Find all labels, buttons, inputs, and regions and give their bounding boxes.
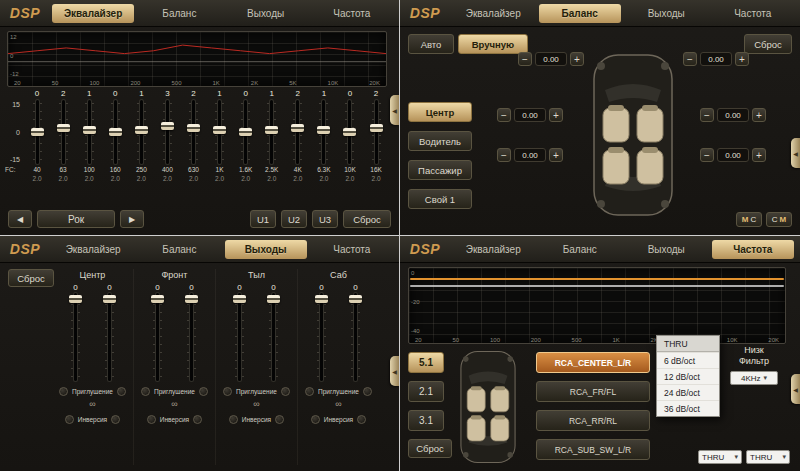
slider-handle[interactable] — [239, 128, 252, 136]
cm-button[interactable]: C M — [766, 212, 792, 227]
eq-band-slider[interactable] — [186, 100, 202, 164]
decrease-button[interactable]: − — [497, 108, 511, 122]
eq-band-slider[interactable] — [238, 100, 254, 164]
mute-left-checkbox[interactable] — [141, 387, 150, 396]
slope-option-6db[interactable]: 6 dB/oct — [657, 352, 719, 368]
link-channels-icon[interactable]: ∞ — [335, 400, 341, 409]
channel-rca-rear-button[interactable]: RCA_RR/RL — [536, 410, 650, 431]
invert-right-checkbox[interactable] — [275, 415, 284, 424]
mute-left-checkbox[interactable] — [305, 387, 314, 396]
tab-outputs[interactable]: Выходы — [625, 240, 708, 259]
output-slider-track[interactable] — [314, 293, 330, 381]
eq-band-slider[interactable] — [133, 100, 149, 164]
slider-handle[interactable] — [213, 126, 226, 134]
mute-right-checkbox[interactable] — [281, 387, 290, 396]
invert-right-checkbox[interactable] — [193, 415, 202, 424]
auto-mode-button[interactable]: Авто — [408, 34, 454, 54]
decrease-button[interactable]: − — [518, 52, 532, 66]
tab-frequency[interactable]: Частота — [311, 240, 393, 259]
drawer-handle[interactable]: ◀ — [390, 95, 399, 125]
output-slider-track[interactable] — [150, 293, 166, 381]
tab-outputs[interactable]: Выходы — [225, 4, 307, 23]
lpf-slope-select[interactable]: THRU ▾ — [746, 450, 790, 464]
hpf-slope-select[interactable]: THRU ▾ — [698, 450, 742, 464]
invert-left-checkbox[interactable] — [229, 415, 238, 424]
output-slider-track[interactable] — [232, 293, 248, 381]
output-slider-track[interactable] — [266, 293, 282, 381]
invert-left-checkbox[interactable] — [65, 415, 74, 424]
slider-handle[interactable] — [317, 126, 330, 134]
slope-option-thru[interactable]: THRU — [657, 336, 719, 352]
eq-reset-button[interactable]: Сброс — [343, 210, 391, 228]
tab-outputs[interactable]: Выходы — [225, 240, 307, 259]
slider-handle[interactable] — [315, 295, 328, 303]
mute-left-checkbox[interactable] — [59, 387, 68, 396]
eq-band-slider[interactable] — [159, 100, 175, 164]
tab-outputs[interactable]: Выходы — [625, 4, 708, 23]
slider-handle[interactable] — [135, 126, 148, 134]
increase-button[interactable]: + — [549, 148, 563, 162]
output-slider-track[interactable] — [348, 293, 364, 381]
tab-balance[interactable]: Баланс — [539, 4, 622, 23]
eq-band-slider[interactable] — [290, 100, 306, 164]
slider-handle[interactable] — [187, 124, 200, 132]
slider-handle[interactable] — [57, 124, 70, 132]
outputs-reset-button[interactable]: Сброс — [8, 269, 54, 287]
decrease-button[interactable]: − — [700, 148, 714, 162]
drawer-handle[interactable]: ◀ — [791, 138, 800, 168]
next-preset-button[interactable]: ▶ — [120, 210, 144, 228]
invert-left-checkbox[interactable] — [311, 415, 320, 424]
link-channels-icon[interactable]: ∞ — [89, 400, 95, 409]
tab-equalizer[interactable]: Эквалайзер — [452, 240, 535, 259]
frequency-reset-button[interactable]: Сброс — [408, 439, 452, 458]
mode-51-button[interactable]: 5.1 — [408, 352, 444, 373]
eq-band-slider[interactable] — [29, 100, 45, 164]
increase-button[interactable]: + — [752, 148, 766, 162]
eq-band-slider[interactable] — [81, 100, 97, 164]
decrease-button[interactable]: − — [683, 52, 697, 66]
mute-left-checkbox[interactable] — [223, 387, 232, 396]
memory-u2-button[interactable]: U2 — [281, 210, 307, 228]
slider-handle[interactable] — [161, 122, 174, 130]
prev-preset-button[interactable]: ◀ — [8, 210, 32, 228]
mode-21-button[interactable]: 2.1 — [408, 381, 444, 402]
slider-handle[interactable] — [151, 295, 164, 303]
mute-right-checkbox[interactable] — [117, 387, 126, 396]
eq-band-slider[interactable] — [212, 100, 228, 164]
increase-button[interactable]: + — [570, 52, 584, 66]
decrease-button[interactable]: − — [700, 108, 714, 122]
channel-rca-sub-button[interactable]: RCA_SUB_SW_L/R — [536, 439, 650, 460]
eq-band-slider[interactable] — [368, 100, 384, 164]
eq-band-slider[interactable] — [107, 100, 123, 164]
tab-equalizer[interactable]: Эквалайзер — [452, 4, 535, 23]
slider-handle[interactable] — [69, 295, 82, 303]
slider-handle[interactable] — [31, 128, 44, 136]
output-slider-track[interactable] — [68, 293, 84, 381]
mute-right-checkbox[interactable] — [199, 387, 208, 396]
link-channels-icon[interactable]: ∞ — [171, 400, 177, 409]
memory-u1-button[interactable]: U1 — [250, 210, 276, 228]
mc-button[interactable]: M C — [736, 212, 762, 227]
slider-handle[interactable] — [109, 128, 122, 136]
decrease-button[interactable]: − — [497, 148, 511, 162]
output-slider-track[interactable] — [102, 293, 118, 381]
tab-frequency[interactable]: Частота — [712, 240, 795, 259]
tab-equalizer[interactable]: Эквалайзер — [52, 4, 134, 23]
manual-mode-button[interactable]: Вручную — [458, 34, 528, 54]
output-slider-track[interactable] — [184, 293, 200, 381]
filter-frequency-select[interactable]: 4KHz ▾ — [730, 371, 778, 385]
mode-31-button[interactable]: 3.1 — [408, 410, 444, 431]
position-custom1-button[interactable]: Свой 1 — [408, 189, 472, 209]
slider-handle[interactable] — [103, 295, 116, 303]
invert-left-checkbox[interactable] — [147, 415, 156, 424]
drawer-handle[interactable]: ◀ — [791, 374, 800, 404]
slider-handle[interactable] — [267, 295, 280, 303]
slider-handle[interactable] — [370, 124, 383, 132]
eq-band-slider[interactable] — [55, 100, 71, 164]
memory-u3-button[interactable]: U3 — [312, 210, 338, 228]
drawer-handle[interactable]: ◀ — [390, 356, 399, 386]
position-passenger-button[interactable]: Пассажир — [408, 160, 472, 180]
slider-handle[interactable] — [233, 295, 246, 303]
tab-frequency[interactable]: Частота — [311, 4, 393, 23]
slider-handle[interactable] — [265, 126, 278, 134]
